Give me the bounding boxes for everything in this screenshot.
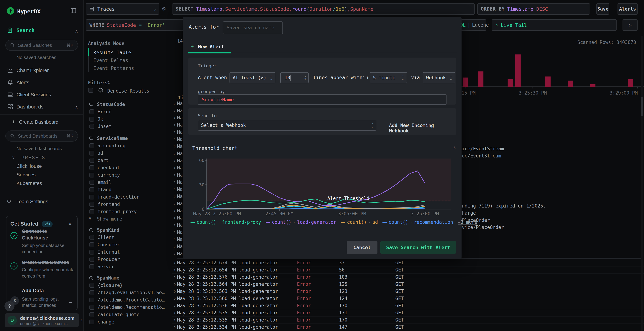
chevron-right-icon[interactable]: › [80, 317, 83, 324]
row-expand-icon[interactable]: › [173, 136, 176, 142]
legend-item-ad[interactable]: count()·ad [341, 220, 378, 225]
row-expand-icon[interactable]: › [173, 129, 176, 135]
row-expand-icon[interactable]: › [173, 172, 176, 178]
webhook-select[interactable]: Select a Webhook ⌃⌄ [198, 120, 376, 131]
filter-checkbox-frontend[interactable] [90, 202, 94, 207]
arrow-right-icon[interactable]: → [68, 299, 73, 305]
sidebar-item-clickhouse[interactable]: ClickHouse [16, 163, 42, 169]
table-row-peek[interactable]: May 28 [177, 158, 183, 164]
analysis-mode-tab-results-table[interactable]: Results Table [94, 50, 131, 55]
table-row-peek[interactable]: May 28 [177, 222, 183, 228]
row-expand-icon[interactable]: › [173, 143, 176, 149]
row-expand-icon[interactable]: › [173, 215, 176, 221]
filter-item-label[interactable]: frontend-proxy [98, 209, 137, 214]
row-expand-icon[interactable]: › [173, 295, 176, 302]
row-expand-icon[interactable]: › [173, 179, 176, 185]
filter-item-label[interactable]: frontend [98, 202, 120, 207]
row-expand-icon[interactable]: › [173, 267, 176, 273]
filter-item-label[interactable]: /oteldemo.ProductCatalo… [98, 297, 165, 303]
row-expand-icon[interactable]: › [173, 303, 176, 309]
table-row-peek[interactable]: May 28 [177, 244, 183, 250]
table-row[interactable]: ›May 28 3:25:12.535 PMload-generatorErro… [172, 316, 644, 324]
save-search-with-alert-button[interactable]: Save Search with Alert [380, 241, 456, 254]
row-expand-icon[interactable]: › [173, 222, 176, 228]
table-row-peek[interactable]: May 28 [177, 187, 183, 192]
table-row-peek[interactable]: May 28 [177, 237, 183, 242]
table-row-peek[interactable]: May 28 [177, 215, 183, 221]
filter-checkbox-error[interactable] [90, 109, 94, 114]
analysis-mode-tab-event-deltas[interactable]: Event Deltas [94, 57, 128, 63]
table-row-peek[interactable]: May 28 [177, 179, 183, 185]
sidebar-item-team-settings[interactable]: Team Settings [16, 199, 48, 204]
table-row[interactable]: ›May 28 3:25:12.654 PMload-generatorErro… [172, 266, 644, 274]
sidebar-item-client-sessions[interactable]: Client Sessions [16, 92, 51, 98]
filter-checkbox-producer[interactable] [90, 257, 94, 262]
row-expand-icon[interactable]: › [173, 260, 176, 266]
select-query-input[interactable]: SELECT Timestamp,ServiceName,StatusCode,… [172, 3, 475, 15]
filter-item-label[interactable]: Ok [98, 116, 103, 122]
table-row-peek[interactable]: May 28 [177, 101, 183, 106]
table-row-peek[interactable]: May 28 [177, 108, 183, 114]
chevron-up-icon[interactable]: ∧ [75, 28, 78, 34]
legend-item-frontend-proxy[interactable]: count()·frontend-proxy [190, 220, 261, 225]
sidebar-item-chart-explorer[interactable]: Chart Explorer [16, 67, 49, 73]
table-row-peek[interactable]: May 28 [177, 137, 183, 142]
sidebar-item-services[interactable]: Services [16, 172, 36, 178]
filter-item-label[interactable]: Unset [98, 124, 112, 129]
filter-item-label[interactable]: email [98, 180, 112, 185]
filter-checkbox-cart[interactable] [90, 158, 94, 163]
filter-checkbox-flagd[interactable] [90, 187, 94, 192]
table-row-peek[interactable]: May 28 [177, 230, 183, 235]
row-expand-icon[interactable]: › [173, 208, 176, 214]
row-expand-icon[interactable]: › [173, 324, 176, 330]
gear-icon[interactable]: ⚙ [162, 5, 166, 12]
filter-checkbox--closure-[interactable] [90, 283, 94, 288]
filter-item-label[interactable]: Internal [98, 249, 120, 255]
source-select[interactable]: Traces ⌄ [86, 3, 159, 15]
row-expand-icon[interactable]: › [173, 288, 176, 294]
scrollbar-thumb[interactable] [641, 96, 643, 116]
table-row[interactable]: ›May 28 3:25:12.535 PMload-generatorErro… [172, 309, 644, 317]
analysis-mode-tab-event-patterns[interactable]: Event Patterns [94, 65, 134, 71]
row-expand-icon[interactable]: › [173, 186, 176, 192]
filter-item-label[interactable]: Client [98, 235, 114, 240]
table-row-peek[interactable]: May 28 [177, 115, 183, 121]
filter-item-label[interactable]: Server [98, 264, 114, 269]
saved-searches-input[interactable]: Saved Searches ⌘K [5, 40, 78, 51]
filter-item-label[interactable]: {closure} [98, 283, 123, 288]
number-spinner[interactable]: ∧∨ [302, 72, 308, 83]
row-expand-icon[interactable]: › [173, 150, 176, 156]
filter-checkbox-consumer[interactable] [90, 242, 94, 247]
filter-item-label[interactable]: currency [98, 172, 120, 178]
filter-checkbox-frontend-proxy[interactable] [90, 209, 94, 214]
row-expand-icon[interactable]: › [173, 310, 176, 316]
filter-item-label[interactable]: /oteldemo.Recommendatio… [98, 305, 165, 310]
table-row-peek[interactable]: May 28 [177, 172, 183, 178]
saved-dashboards-input[interactable]: Saved Dashboards ⌘K [5, 130, 78, 142]
sidebar-item-alerts[interactable]: Alerts [16, 80, 29, 85]
row-expand-icon[interactable]: › [173, 165, 176, 171]
row-expand-icon[interactable]: › [173, 115, 176, 121]
filter-checkbox-accounting[interactable] [90, 143, 94, 148]
get-started-step-title[interactable]: Create Data Sources [22, 259, 79, 266]
chevron-down-icon[interactable]: ∨ [12, 155, 15, 160]
denoise-label[interactable]: Denoise Results [107, 88, 149, 94]
filter-checkbox-ok[interactable] [90, 117, 94, 122]
table-row-peek[interactable]: May 28 [177, 208, 183, 214]
sidebar-item-kubernetes[interactable]: Kubernetes [16, 181, 42, 186]
get-started-step-title[interactable]: Add Data [22, 288, 72, 294]
filter-item-label[interactable]: fraud-detection [98, 194, 140, 200]
filter-checkbox-unset[interactable] [90, 124, 94, 129]
add-webhook-button[interactable]: Add New Incoming Webhook [389, 123, 456, 133]
filter-item-label[interactable]: accounting [98, 143, 126, 148]
cancel-button[interactable]: Cancel [347, 241, 378, 254]
chevron-up-icon[interactable]: ∧ [75, 105, 78, 110]
filter-item-label[interactable]: checkout [98, 165, 120, 170]
row-expand-icon[interactable]: › [173, 193, 176, 199]
filter-checkbox-fraud-detection[interactable] [90, 195, 94, 199]
filter-item-label[interactable]: Consumer [98, 242, 120, 247]
table-row[interactable]: ›May 28 3:25:12.576 PMload-generatorErro… [172, 274, 644, 281]
filter-checkbox-calculate-quote[interactable] [90, 312, 94, 317]
filter-checkbox--flagd-evaluation-v1-se-[interactable] [90, 290, 94, 295]
denoise-checkbox[interactable] [88, 88, 93, 93]
